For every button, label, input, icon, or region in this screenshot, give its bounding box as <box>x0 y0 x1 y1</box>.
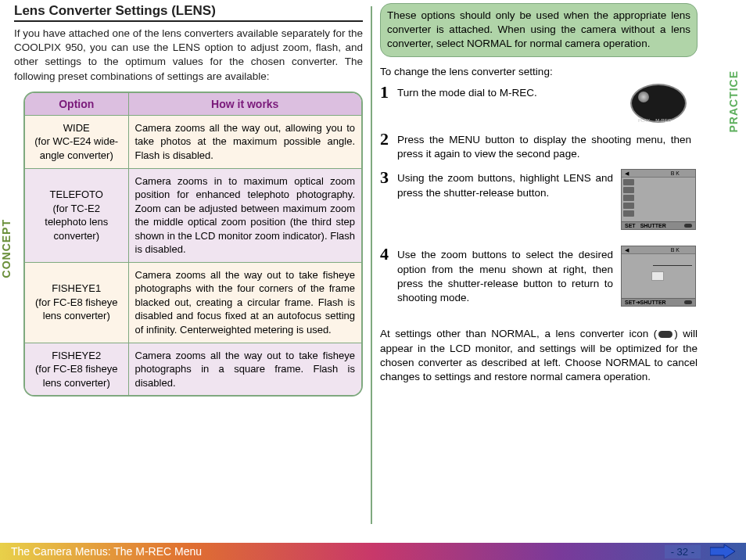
lens-converter-icon <box>658 331 672 338</box>
option-cell: TELEFOTO(for TC-E2 telephoto lens conver… <box>25 168 128 262</box>
table-row: FISHEYE1(for FC-E8 fisheye lens converte… <box>25 262 361 343</box>
step-4: 4 Use the zoom buttons to select the des… <box>380 246 698 307</box>
step-number: 1 <box>380 84 397 101</box>
lcd-illustration-option: B K SET➔SHUTTER <box>619 246 698 307</box>
post-text: At settings other than NORMAL, a lens co… <box>380 327 698 384</box>
step-text: Use the zoom buttons to select the desir… <box>397 246 619 305</box>
practice-tab: PRACTICE <box>727 70 740 133</box>
step-2: 2 Press the MENU button to display the s… <box>380 131 698 161</box>
steps-list: 1 Turn the mode dial to M-REC. PLAYM-REC… <box>380 84 698 314</box>
step-number: 4 <box>380 246 397 263</box>
description-cell: Camera zooms all the way out to take fis… <box>128 262 361 343</box>
step-3: 3 Using the zoom buttons, highlight LENS… <box>380 169 698 230</box>
breadcrumb: The Camera Menus: The M-REC Menu <box>11 545 202 558</box>
table-row: WIDE(for WC-E24 wide-angle converter)Cam… <box>25 115 361 168</box>
caution-note: These options should only be used when t… <box>380 3 698 57</box>
mode-dial-illustration: PLAYM-REC <box>619 84 698 123</box>
section-title: Lens Converter Settings (LENS) <box>14 3 363 22</box>
step-text: Turn the mode dial to M-REC. <box>397 84 619 100</box>
option-cell: WIDE(for WC-E24 wide-angle converter) <box>25 115 128 168</box>
option-cell: FISHEYE1(for FC-E8 fisheye lens converte… <box>25 262 128 343</box>
options-table: Option How it works WIDE(for WC-E24 wide… <box>23 92 363 397</box>
procedure-lead: To change the lens converter setting: <box>380 65 698 79</box>
step-text: Using the zoom buttons, highlight LENS a… <box>397 169 619 199</box>
page-number: - 32 - <box>665 545 701 558</box>
table-row: FISHEYE2(for FC-E8 fisheye lens converte… <box>25 343 361 395</box>
lcd-illustration-menu: B K SETSHUTTER <box>619 169 698 230</box>
col-header-option: Option <box>25 93 128 116</box>
concept-tab: CONCEPT <box>0 219 13 278</box>
description-cell: Camera zooms all the way out, allowing y… <box>128 115 361 168</box>
col-header-how: How it works <box>128 93 361 116</box>
table-row: TELEFOTO(for TC-E2 telephoto lens conver… <box>25 168 361 262</box>
step-number: 2 <box>380 131 397 148</box>
step-text: Press the MENU button to display the sho… <box>397 131 698 161</box>
next-page-arrow[interactable] <box>710 544 735 558</box>
option-cell: FISHEYE2(for FC-E8 fisheye lens converte… <box>25 343 128 395</box>
description-cell: Camera zooms all the way out to take fis… <box>128 343 361 395</box>
page-body: Lens Converter Settings (LENS) If you ha… <box>0 0 746 532</box>
intro-text: If you have attached one of the lens con… <box>14 27 363 84</box>
left-column: Lens Converter Settings (LENS) If you ha… <box>14 3 371 532</box>
step-number: 3 <box>380 169 397 186</box>
right-column: These options should only be used when t… <box>372 3 729 532</box>
description-cell: Camera zooms in to maximum optical zoom … <box>128 168 361 262</box>
step-1: 1 Turn the mode dial to M-REC. PLAYM-REC <box>380 84 698 123</box>
page-footer: The Camera Menus: The M-REC Menu - 32 - <box>0 543 746 560</box>
